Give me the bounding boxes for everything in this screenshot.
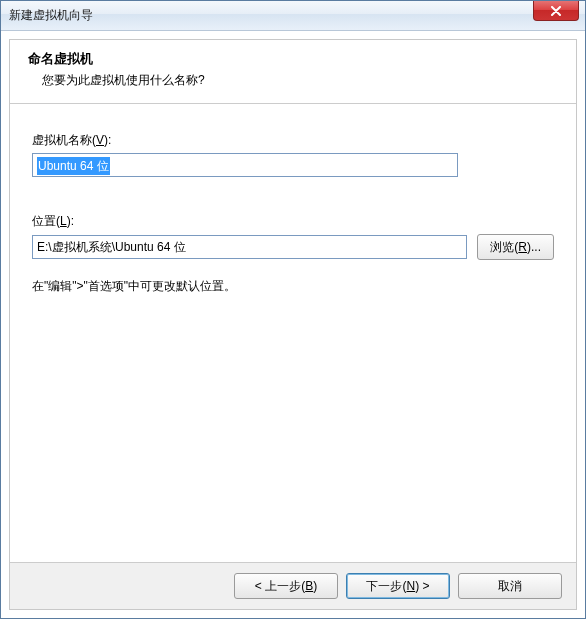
wizard-header: 命名虚拟机 您要为此虚拟机使用什么名称? xyxy=(10,40,576,104)
cancel-button[interactable]: 取消 xyxy=(458,573,562,599)
page-title: 命名虚拟机 xyxy=(28,50,558,68)
close-icon xyxy=(550,6,562,16)
vm-name-value: Ubuntu 64 位 xyxy=(37,157,110,175)
window-title: 新建虚拟机向导 xyxy=(9,7,93,24)
back-button[interactable]: < 上一步(B) xyxy=(234,573,338,599)
vm-name-input[interactable]: Ubuntu 64 位 xyxy=(32,153,458,177)
location-label: 位置(L): xyxy=(32,213,554,230)
titlebar: 新建虚拟机向导 xyxy=(1,1,585,31)
browse-button[interactable]: 浏览(R)... xyxy=(477,234,554,260)
next-button[interactable]: 下一步(N) > xyxy=(346,573,450,599)
wizard-footer: < 上一步(B) 下一步(N) > 取消 xyxy=(10,562,576,609)
wizard-window: 新建虚拟机向导 命名虚拟机 您要为此虚拟机使用什么名称? 虚拟机名称(V): U… xyxy=(0,0,586,619)
vm-name-label: 虚拟机名称(V): xyxy=(32,132,554,149)
close-button[interactable] xyxy=(533,1,579,21)
page-subtitle: 您要为此虚拟机使用什么名称? xyxy=(28,72,558,89)
wizard-body: 虚拟机名称(V): Ubuntu 64 位 位置(L): 浏览(R)... 在"… xyxy=(10,104,576,562)
wizard-inner: 命名虚拟机 您要为此虚拟机使用什么名称? 虚拟机名称(V): Ubuntu 64… xyxy=(9,39,577,610)
default-location-hint: 在"编辑">"首选项"中可更改默认位置。 xyxy=(32,278,554,295)
location-input[interactable] xyxy=(32,235,467,259)
